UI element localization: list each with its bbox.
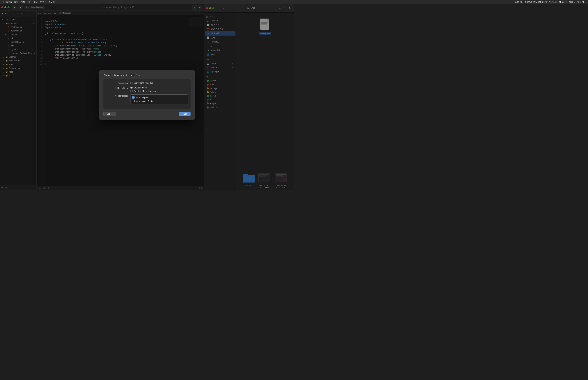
target-test-icon: ⊡: [136, 100, 138, 103]
examplesTests-checkbox[interactable]: [132, 100, 134, 102]
radio-group: Create groups Create folder references: [130, 87, 188, 92]
menu-file[interactable]: 파일: [14, 1, 18, 3]
menu-view[interactable]: 보기: [27, 1, 31, 3]
menu-edit[interactable]: 편집: [21, 1, 25, 3]
target-examples-label: examples: [139, 96, 148, 99]
dialog-title: Choose options for adding these files:: [103, 74, 190, 76]
finish-button[interactable]: Finish: [179, 112, 190, 116]
target-icon: ⊡: [136, 96, 138, 99]
targets-control: ⊡ examples ⊡ examplesTests: [130, 95, 188, 104]
create-groups-label: Create groups: [134, 87, 147, 89]
cancel-button[interactable]: Cancel: [103, 112, 116, 116]
create-groups-radio[interactable]: [130, 87, 133, 89]
create-refs-item[interactable]: Create folder references: [130, 90, 188, 92]
targets-row: Add to targets: ⊡ examples ⊡: [106, 95, 188, 104]
create-groups-item[interactable]: Create groups: [130, 87, 188, 89]
examples-checkbox[interactable]: [132, 96, 134, 99]
target-examplesTests-label: examplesTests: [139, 100, 153, 102]
menu-help[interactable]: 도움말: [49, 1, 55, 3]
added-folders-label: Added folders:: [106, 87, 128, 89]
create-refs-radio[interactable]: [130, 90, 133, 92]
copy-items-group: Copy items if needed: [130, 82, 188, 84]
target-examples[interactable]: ⊡ examples: [132, 95, 187, 99]
target-examplesTests[interactable]: ⊡ examplesTests: [132, 99, 187, 103]
dialog-content: Destination: Copy items if needed Added …: [103, 79, 190, 109]
copy-items-label: Copy items if needed: [134, 82, 153, 84]
menu-go[interactable]: 이동: [34, 1, 38, 3]
menu-window[interactable]: 윈도우: [40, 1, 46, 3]
dialog-overlay: Choose options for adding these files: D…: [0, 0, 294, 190]
menu-finder[interactable]: Finder: [6, 1, 12, 3]
menubar: ⌘ Finder 파일 편집 보기 이동 윈도우 도움말 SSD 23% 0 K…: [0, 0, 294, 4]
dialog-buttons: Cancel Finish: [103, 112, 190, 116]
added-folders-row: Added folders: Create groups Create fold…: [106, 87, 188, 92]
apple-menu[interactable]: ⌘: [1, 1, 4, 3]
folders-control: Create groups Create folder references: [130, 87, 188, 92]
copy-items-checkbox[interactable]: [130, 82, 133, 84]
add-files-dialog: Choose options for adding these files: D…: [99, 70, 195, 120]
targets-label: Add to targets:: [106, 95, 128, 97]
destination-control: Copy items if needed: [130, 82, 188, 84]
destination-label: Destination:: [106, 82, 128, 85]
targets-list: ⊡ examples ⊡ examplesTests: [130, 95, 188, 104]
destination-row: Destination: Copy items if needed: [106, 82, 188, 85]
create-refs-label: Create folder references: [134, 90, 156, 92]
